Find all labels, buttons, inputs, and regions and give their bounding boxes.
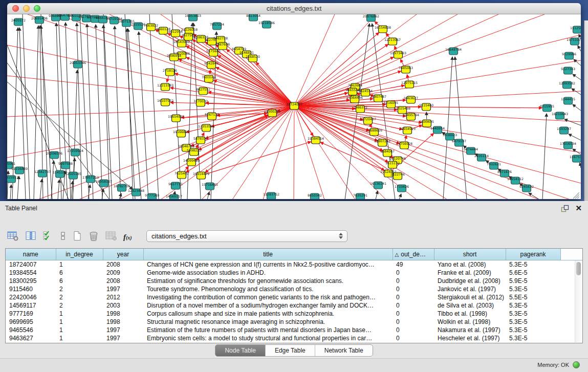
table-row[interactable]: 1456911722003Disruption of a novel membe… bbox=[6, 301, 582, 310]
table-cell[interactable]: 5.3E-5 bbox=[506, 326, 560, 334]
graph-node[interactable]: 7485063 bbox=[399, 66, 413, 74]
graph-node[interactable]: 1733426 bbox=[395, 185, 409, 192]
graph-node[interactable]: 8215955 bbox=[540, 104, 554, 112]
graph-node[interactable]: 12353594 bbox=[198, 124, 214, 132]
canvas-resize-grip[interactable] bbox=[573, 192, 579, 199]
table-cell[interactable]: 1 bbox=[56, 334, 103, 342]
table-cell[interactable]: 0 bbox=[393, 293, 434, 301]
citation-edge[interactable] bbox=[205, 108, 291, 172]
zoom-button[interactable] bbox=[34, 5, 40, 12]
table-cell[interactable]: 1 bbox=[56, 310, 103, 318]
table-cell[interactable]: Structural magnetic resonance image aver… bbox=[143, 318, 393, 326]
citation-edge[interactable] bbox=[298, 108, 393, 158]
citation-edge[interactable] bbox=[569, 134, 581, 140]
memory-status-indicator[interactable] bbox=[573, 361, 580, 368]
graph-node[interactable]: 9245632 bbox=[519, 185, 534, 192]
graph-node[interactable]: 12505185 bbox=[65, 172, 81, 180]
table-cell[interactable]: 0 bbox=[393, 269, 434, 277]
graph-node[interactable]: 17016534 bbox=[560, 142, 576, 149]
graph-node[interactable]: 12342737 bbox=[34, 170, 51, 178]
table-row[interactable]: 946554611997Estimation of the future num… bbox=[6, 326, 582, 334]
table-cell[interactable]: 5.6E-5 bbox=[506, 269, 560, 277]
column-header-name[interactable]: name bbox=[6, 249, 56, 260]
table-cell[interactable]: 5.3E-5 bbox=[506, 318, 560, 326]
function-builder-icon[interactable]: f(x) bbox=[123, 233, 132, 242]
table-cell[interactable]: 1998 bbox=[103, 310, 143, 318]
table-cell[interactable]: 6 bbox=[56, 277, 103, 285]
graph-node[interactable]: 1615172 bbox=[385, 161, 400, 169]
table-cell[interactable]: 9777169 bbox=[6, 310, 56, 318]
citation-edge[interactable] bbox=[10, 185, 11, 199]
table-cell[interactable]: 5.3E-5 bbox=[506, 310, 560, 318]
table-cell[interactable]: 18724007 bbox=[6, 260, 56, 269]
column-header-in_degree[interactable]: in_degree bbox=[56, 249, 103, 260]
graph-node[interactable]: 7932621 bbox=[487, 162, 501, 170]
citation-edge[interactable] bbox=[391, 134, 434, 171]
float-panel-icon[interactable] bbox=[561, 205, 569, 212]
citation-edge[interactable] bbox=[376, 191, 378, 199]
show-hide-column-icon[interactable] bbox=[26, 231, 36, 243]
citation-edge[interactable] bbox=[564, 119, 581, 125]
graph-node[interactable]: 2935114 bbox=[474, 154, 489, 162]
citation-edge[interactable] bbox=[573, 149, 581, 155]
row-options-icon[interactable] bbox=[60, 231, 66, 243]
graph-node[interactable]: 14569117 bbox=[166, 194, 182, 200]
table-cell[interactable]: 5.3E-5 bbox=[506, 334, 560, 342]
graph-node[interactable]: 14099489 bbox=[183, 159, 200, 166]
table-cell[interactable]: 0 bbox=[393, 277, 434, 285]
tab-edge-table[interactable]: Edge Table bbox=[266, 345, 315, 356]
column-header-pagerank[interactable]: pagerank bbox=[506, 249, 560, 260]
citation-edge[interactable] bbox=[40, 179, 42, 199]
graph-node[interactable]: 8650342 bbox=[308, 193, 322, 200]
graph-node[interactable]: 12213383 bbox=[157, 83, 173, 91]
table-cell[interactable]: Corpus callosum shape and size in male p… bbox=[143, 310, 393, 318]
window-titlebar[interactable]: citations_edges.txt bbox=[7, 3, 581, 14]
column-header-out_de[interactable]: △out_de… bbox=[393, 249, 434, 260]
minimize-button[interactable] bbox=[23, 5, 30, 12]
table-cell[interactable]: 1 bbox=[56, 326, 103, 334]
graph-node[interactable]: 11283752 bbox=[263, 192, 279, 200]
graph-node[interactable]: 20691406 bbox=[31, 16, 48, 24]
graph-node[interactable]: 10973493 bbox=[390, 51, 406, 59]
graph-node[interactable]: 9684067 bbox=[380, 149, 395, 157]
table-cell[interactable]: 1998 bbox=[103, 318, 143, 326]
citation-edge[interactable] bbox=[96, 25, 102, 199]
table-cell[interactable]: 0 bbox=[393, 285, 434, 293]
citation-edge[interactable] bbox=[405, 136, 406, 141]
graph-node[interactable]: 9129966 bbox=[562, 52, 576, 60]
citation-edge[interactable] bbox=[399, 194, 401, 199]
graph-node[interactable]: 16053803 bbox=[185, 14, 201, 21]
graph-node[interactable]: 16107552 bbox=[157, 99, 173, 106]
table-cell[interactable]: 2012 bbox=[103, 293, 143, 301]
graph-node[interactable]: 1244415 bbox=[561, 97, 575, 105]
graph-node[interactable]: 19654923 bbox=[399, 127, 416, 135]
table-cell[interactable]: Jankovic et al. (1997) bbox=[434, 285, 506, 293]
table-cell[interactable]: Dudbridge et al. (2008) bbox=[434, 277, 506, 285]
network-canvas[interactable]: 2405572206914069368911106478941065528715… bbox=[7, 14, 581, 199]
table-cell[interactable]: 5.9E-5 bbox=[506, 277, 560, 285]
graph-node[interactable]: 8471676 bbox=[497, 170, 512, 178]
table-row[interactable]: 1830029562008Estimation of significance … bbox=[6, 277, 582, 285]
select-all-rows-icon[interactable] bbox=[43, 231, 53, 243]
table-cell[interactable]: 2009 bbox=[103, 269, 143, 277]
column-header-title[interactable]: title bbox=[143, 249, 393, 260]
graph-node[interactable]: 16958107 bbox=[96, 180, 112, 187]
citation-edge[interactable] bbox=[542, 114, 547, 199]
table-cell[interactable]: 0 bbox=[393, 334, 434, 342]
table-row[interactable]: 2242004622012Investigating the contribut… bbox=[6, 293, 582, 301]
table-cell[interactable]: 0 bbox=[393, 326, 434, 334]
table-cell[interactable]: Genome-wide association studies in ADHD. bbox=[143, 269, 393, 277]
table-row[interactable]: 1872400712008Changes of HCN gene express… bbox=[6, 260, 582, 269]
graph-node[interactable]: 15716485 bbox=[202, 183, 218, 190]
table-cell[interactable]: 9115460 bbox=[6, 285, 56, 293]
graph-node[interactable]: 11156869 bbox=[11, 167, 28, 174]
delete-table-icon[interactable] bbox=[89, 231, 99, 244]
table-cell[interactable]: 14569117 bbox=[6, 301, 56, 310]
table-cell[interactable]: 0 bbox=[393, 310, 434, 318]
tab-node-table[interactable]: Node Table bbox=[215, 345, 266, 356]
graph-node[interactable]: 16154808 bbox=[375, 26, 391, 33]
graph-node[interactable]: 8813054 bbox=[246, 14, 260, 21]
table-row[interactable]: 977716911998Corpus callosum shape and si… bbox=[6, 310, 582, 318]
graph-node[interactable]: 19495794 bbox=[403, 113, 419, 121]
create-table-icon[interactable] bbox=[73, 231, 82, 243]
